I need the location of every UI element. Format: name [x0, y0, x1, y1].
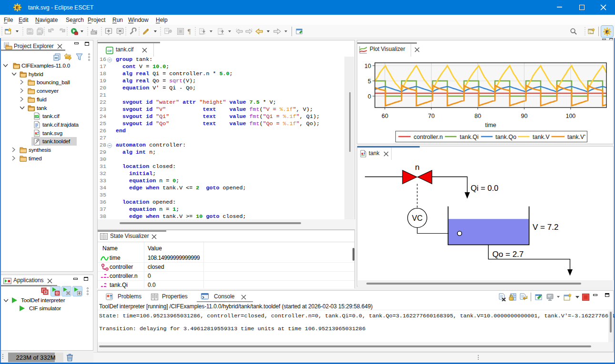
svg-text:tank.Qi: tank.Qi — [460, 134, 479, 140]
svg-text:60: 60 — [382, 113, 388, 119]
svg-text:E: E — [16, 5, 19, 10]
svg-text:100: 100 — [565, 113, 575, 119]
svg-text:time: time — [485, 122, 496, 128]
svg-text:10: 10 — [364, 63, 371, 69]
svg-text:tank.Qo: tank.Qo — [495, 134, 516, 140]
svg-text:0: 0 — [368, 93, 371, 100]
svg-text:E: E — [605, 29, 608, 34]
svg-text:80: 80 — [474, 113, 481, 119]
svg-text:¶: ¶ — [188, 28, 191, 35]
svg-text:70: 70 — [428, 113, 434, 119]
svg-text:90: 90 — [521, 113, 527, 119]
svg-text:5: 5 — [368, 78, 371, 85]
svg-text:controller.n: controller.n — [413, 134, 443, 140]
svg-text:tank.V: tank.V — [533, 134, 550, 140]
svg-text:V = 7.2: V = 7.2 — [533, 223, 558, 232]
svg-text:n: n — [415, 163, 419, 172]
svg-text:tank.V': tank.V' — [567, 134, 585, 140]
svg-text:CIF: CIF — [35, 116, 39, 118]
svg-text:Qi = 0.0: Qi = 0.0 — [471, 184, 498, 192]
svg-text:CIF: CIF — [107, 49, 112, 52]
svg-text:Qo = 2.7: Qo = 2.7 — [493, 250, 524, 259]
svg-text:VC: VC — [412, 214, 423, 222]
